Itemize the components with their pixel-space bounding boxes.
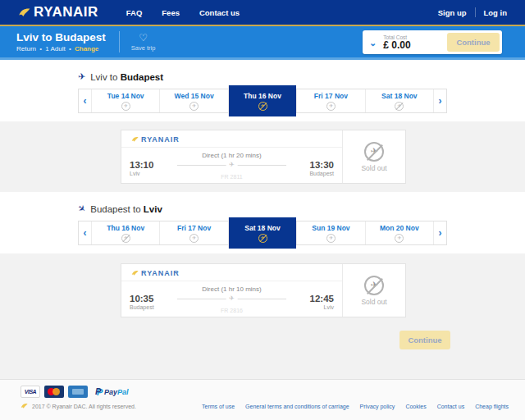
outbound-flight-card: RYANAIR Direct (1 hr 20 mins) 13:10 Lviv…	[121, 130, 406, 184]
carousel-next-icon[interactable]: ›	[434, 221, 446, 244]
footer-link-cookies[interactable]: Cookies	[405, 404, 426, 409]
plane-circle-icon: ✈	[395, 234, 404, 243]
departure-city: Budapest	[130, 304, 172, 310]
departure-city: Lviv	[130, 171, 172, 176]
total-cost-value: £ 0.00	[383, 40, 410, 50]
top-navbar: RYANAIR FAQ Fees Contact us Sign up Log …	[0, 0, 525, 26]
save-trip-label: Save trip	[131, 44, 156, 52]
date-tab-selected[interactable]: Thu 16 Nov ✈	[228, 85, 296, 116]
outbound-date-carousel: ‹ Tue 14 Nov ✈ Wed 15 Nov ✈ Thu 16 Nov ✈…	[78, 89, 447, 113]
date-label: Sat 18 Nov	[244, 224, 280, 232]
footer: VISA PP PayPal 2017 © Ryanair DAC. All r…	[0, 379, 525, 420]
carousel-prev-icon[interactable]: ‹	[79, 221, 91, 244]
total-cost-widget: ⌄ Total Cost £ 0.00 Continue	[363, 30, 502, 54]
footer-link-cheap-flights[interactable]: Cheap flights	[475, 404, 509, 409]
date-label: Fri 17 Nov	[177, 224, 211, 232]
outbound-results-panel: RYANAIR Direct (1 hr 20 mins) 13:10 Lviv…	[0, 121, 525, 192]
carousel-next-icon[interactable]: ›	[434, 89, 446, 112]
inbound-date-carousel: ‹ Thu 16 Nov ✈ Fri 17 Nov ✈ Sat 18 Nov ✈…	[78, 221, 447, 245]
date-tab[interactable]: Mon 20 Nov ✈	[365, 221, 434, 244]
paypal-icon: PP PayPal	[95, 387, 129, 397]
signup-link[interactable]: Sign up	[438, 8, 467, 17]
plane-landing-icon: ✈	[75, 203, 88, 216]
nav-link-fees[interactable]: Fees	[162, 8, 180, 17]
soldout-plane-icon: ✈	[364, 276, 384, 295]
date-tab[interactable]: Wed 15 Nov ✈	[159, 89, 227, 112]
mastercard-icon	[44, 386, 64, 398]
inbound-heading-text: Budapest to Lviv	[90, 204, 162, 214]
date-label: Mon 20 Nov	[380, 224, 419, 232]
continue-button-bottom[interactable]: Continue	[399, 331, 450, 349]
account-links: Sign up Log in	[438, 7, 507, 17]
nav-link-faq[interactable]: FAQ	[126, 8, 143, 17]
brand-name: RYANAIR	[34, 4, 98, 21]
ryanair-logo[interactable]: RYANAIR	[18, 4, 98, 21]
date-tab[interactable]: Fri 17 Nov ✈	[296, 89, 364, 112]
date-tab[interactable]: Sun 19 Nov ✈	[296, 221, 364, 244]
date-label: Thu 16 Nov	[244, 92, 281, 100]
flight-info: RYANAIR Direct (1 hr 10 mins) 10:35 Buda…	[121, 264, 343, 317]
footer-link-privacy[interactable]: Privacy policy	[360, 404, 395, 409]
departure-time: 13:10	[130, 160, 172, 170]
divider	[475, 7, 476, 17]
flight-number: FR 2816	[221, 308, 243, 313]
departure: 10:35 Budapest	[130, 294, 172, 310]
footer-link-terms[interactable]: Terms of use	[202, 404, 235, 409]
continue-button-top[interactable]: Continue	[447, 33, 500, 52]
date-tab[interactable]: Thu 16 Nov ✈	[91, 221, 159, 244]
harp-icon	[21, 403, 28, 409]
paypal-p-icon: PP	[95, 387, 103, 397]
date-tab[interactable]: Fri 17 Nov ✈	[159, 221, 227, 244]
harp-icon	[18, 7, 30, 18]
date-label: Tue 14 Nov	[107, 92, 144, 100]
airline-name: RYANAIR	[141, 135, 180, 144]
main-content: ✈ Lviv to Budapest ‹ Tue 14 Nov ✈ Wed 15…	[0, 60, 525, 379]
chevron-down-icon[interactable]: ⌄	[369, 39, 377, 46]
date-label: Thu 16 Nov	[107, 224, 144, 232]
date-tab[interactable]: Tue 14 Nov ✈	[91, 89, 159, 112]
copyright-text: 2017 © Ryanair DAC. All rights reserved.	[32, 404, 136, 409]
plane-circle-icon: ✈	[189, 234, 199, 243]
flight-duration: Direct (1 hr 20 mins)	[130, 152, 334, 159]
departure-time: 10:35	[130, 294, 172, 304]
nav-links: FAQ Fees Contact us	[126, 8, 240, 17]
flight-info: RYANAIR Direct (1 hr 20 mins) 13:10 Lviv…	[121, 130, 343, 183]
footer-link-contact[interactable]: Contact us	[437, 404, 464, 409]
login-link[interactable]: Log in	[484, 8, 508, 17]
inbound-heading: ✈ Budapest to Lviv	[78, 203, 525, 214]
harp-icon	[131, 136, 139, 143]
trip-summary-bar: Lviv to Budapest Return • 1 Adult • Chan…	[0, 26, 525, 57]
soldout-label: Sold out	[361, 164, 386, 172]
route-line: ✈	[177, 299, 286, 299]
airline-logo: RYANAIR	[121, 264, 342, 281]
change-link[interactable]: Change	[75, 45, 98, 52]
soldout-label: Sold out	[361, 298, 386, 306]
date-label: Sun 19 Nov	[312, 224, 349, 232]
date-tab-selected[interactable]: Sat 18 Nov ✈	[228, 217, 296, 249]
trip-passengers: 1 Adult	[45, 45, 65, 52]
footer-link-carriage[interactable]: General terms and conditions of carriage	[245, 404, 349, 409]
airline-logo: RYANAIR	[121, 130, 342, 148]
carousel-prev-icon[interactable]: ‹	[79, 89, 91, 112]
plane-icon: ✈	[226, 294, 238, 302]
outbound-heading: ✈ Lviv to Budapest	[78, 71, 525, 82]
arrival-city: Lviv	[291, 304, 334, 310]
divider	[119, 31, 120, 52]
arrival-city: Budapest	[291, 171, 334, 176]
date-tab[interactable]: Sat 18 Nov ✈	[365, 89, 434, 112]
departure: 13:10 Lviv	[130, 160, 172, 176]
plane-circle-icon: ✈	[121, 102, 130, 111]
footer-bottom-row: 2017 © Ryanair DAC. All rights reserved.…	[21, 403, 509, 409]
paypal-pal-label: Pal	[117, 388, 129, 396]
trip-details: Return • 1 Adult • Change	[16, 45, 106, 52]
soldout-plane-icon: ✈	[364, 142, 384, 162]
visa-label: VISA	[25, 389, 36, 395]
save-trip-button[interactable]: ♡ Save trip	[131, 33, 156, 52]
plane-soldout-icon: ✈	[395, 102, 404, 111]
nav-link-contact-us[interactable]: Contact us	[199, 8, 240, 17]
payment-methods: VISA PP PayPal	[21, 386, 509, 398]
airline-name: RYANAIR	[141, 269, 180, 277]
amex-icon	[68, 386, 88, 398]
soldout-panel: ✈ Sold out	[343, 264, 405, 317]
flight-times: Direct (1 hr 20 mins) 13:10 Lviv ✈ 13:30…	[121, 148, 342, 183]
